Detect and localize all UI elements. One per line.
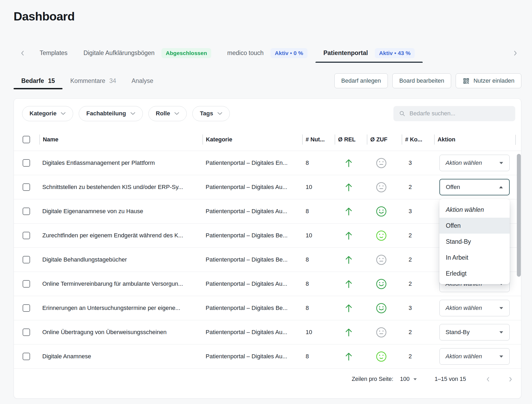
kommentar-count: 3 [402, 208, 434, 215]
edit-board-button[interactable]: Board bearbeiten [392, 73, 451, 88]
action-menu: Aktion wählenOffenStand-ByIn ArbeitErled… [439, 199, 510, 284]
tab-bedarfe[interactable]: Bedarfe 15 [14, 72, 63, 89]
chevron-right-icon [507, 376, 514, 382]
action-select[interactable]: Offen [439, 179, 510, 195]
filter-label: Kategorie [30, 110, 56, 117]
board-tab-templates[interactable]: Templates [32, 43, 76, 63]
tab-analyse[interactable]: Analyse [124, 72, 161, 89]
board-tab-medico-touch[interactable]: medico touch Aktiv • 0 % [219, 43, 315, 63]
column-header-kommentare[interactable]: # Ko... [402, 134, 434, 145]
button-label: Nutzer einladen [473, 77, 514, 84]
tabs-scroll-left-button[interactable] [19, 48, 27, 58]
tab-kommentare[interactable]: Kommentare 34 [63, 72, 124, 89]
kommentar-count: 2 [402, 232, 434, 239]
row-checkbox[interactable] [23, 208, 30, 215]
row-checkbox[interactable] [23, 329, 30, 336]
search-icon [399, 110, 405, 117]
bedarf-category: Patientenportal – Digitales Au... [202, 208, 302, 215]
column-header-rel[interactable]: Ø REL [335, 134, 367, 145]
view-tabs: Bedarfe 15 Kommentare 34 Analyse [14, 72, 161, 89]
filter-kategorie[interactable]: Kategorie [22, 106, 73, 121]
table-row: Digitale Anamnese Patientenportal – Digi… [14, 344, 521, 369]
table-row: Digitales Entlassmanagement per Plattfor… [14, 151, 521, 175]
column-header-name[interactable]: Name [39, 134, 202, 145]
action-select[interactable]: Stand-By [439, 324, 510, 340]
column-header-nutzer[interactable]: # Nut... [302, 134, 335, 145]
page-title: Dashboard [14, 10, 75, 23]
board-tab-patientenportal[interactable]: Patientenportal Aktiv • 43 % [315, 43, 423, 63]
board-tab-aufklaerungsboegen[interactable]: Digitale Aufklärungsbögen Abgeschlossen [76, 43, 219, 63]
satisfaction-icon [376, 327, 387, 338]
row-checkbox[interactable] [23, 159, 30, 167]
filter-fachabteilung[interactable]: Fachabteilung [79, 106, 143, 121]
row-checkbox[interactable] [23, 232, 30, 239]
nutzer-count: 8 [302, 208, 335, 215]
satisfaction-icon [376, 158, 387, 169]
row-checkbox[interactable] [23, 256, 30, 263]
bedarf-category: Patientenportal – Digitales Au... [202, 353, 302, 360]
select-all-checkbox[interactable] [23, 136, 30, 143]
filter-label: Rolle [156, 110, 170, 117]
nutzer-count: 8 [302, 305, 335, 312]
chevron-left-icon [19, 50, 26, 57]
table-footer: Zeilen pro Seite: 100 1–15 von 15 [14, 369, 521, 398]
trend-up-icon [344, 182, 353, 192]
kommentar-count: 2 [402, 256, 434, 263]
nutzer-count: 8 [302, 159, 335, 166]
action-select-value: Offen [446, 184, 460, 191]
action-select[interactable]: Aktion wählen [439, 300, 510, 316]
satisfaction-icon [376, 279, 387, 289]
bedarf-name: Erinnerungen an Untersuchungstermine per… [39, 305, 202, 312]
kommentar-count: 2 [402, 353, 434, 360]
button-label: Bedarf anlegen [341, 77, 381, 84]
bedarf-category: Patientenportal – Digitales Au... [202, 329, 302, 336]
create-bedarf-button[interactable]: Bedarf anlegen [334, 73, 388, 88]
trend-up-icon [344, 327, 353, 337]
action-select-value: Aktion wählen [446, 159, 482, 166]
chevron-right-icon [512, 50, 519, 57]
caret-down-icon [499, 331, 504, 334]
tab-count: 15 [48, 77, 55, 85]
action-menu-item[interactable]: Aktion wählen [439, 202, 510, 218]
column-header-kategorie[interactable]: Kategorie [202, 134, 302, 145]
table-row: Online Übertragung von Überweisungsschei… [14, 320, 521, 344]
tabs-scroll-right-button[interactable] [511, 48, 519, 58]
row-checkbox[interactable] [23, 183, 30, 191]
column-header-aktion[interactable]: Aktion [434, 134, 516, 145]
kommentar-count: 2 [402, 184, 434, 191]
trend-up-icon [344, 206, 353, 216]
next-page-button[interactable] [506, 375, 514, 383]
search-input[interactable] [410, 110, 510, 117]
filter-rolle[interactable]: Rolle [148, 106, 187, 121]
previous-page-button[interactable] [484, 375, 492, 383]
trend-up-icon [344, 303, 353, 313]
rows-per-page-select[interactable]: 100 [400, 376, 417, 382]
filter-label: Fachabteilung [86, 110, 126, 117]
action-select-value: Stand-By [446, 329, 470, 336]
filter-tags[interactable]: Tags [192, 106, 230, 121]
row-checkbox[interactable] [23, 280, 30, 288]
nutzer-count: 10 [302, 329, 335, 336]
column-header-zuf[interactable]: Ø ZUF [367, 134, 402, 145]
kommentar-count: 3 [402, 305, 434, 312]
action-menu-item[interactable]: Erledigt [439, 266, 510, 281]
chevron-left-icon [485, 376, 491, 382]
bedarf-name: Digitale Behandlungstagebücher [39, 256, 202, 263]
kommentar-count: 2 [402, 329, 434, 336]
caret-up-icon [499, 186, 503, 189]
action-menu-item[interactable]: In Arbeit [439, 250, 510, 266]
action-menu-item[interactable]: Offen [439, 218, 510, 234]
table-scrollbar-thumb[interactable] [517, 154, 521, 277]
invite-users-button[interactable]: Nutzer einladen [456, 73, 521, 88]
tab-label: Analyse [132, 77, 153, 85]
action-select[interactable]: Aktion wählen [439, 348, 510, 365]
action-menu-item[interactable]: Stand-By [439, 234, 510, 250]
search-box [393, 106, 515, 121]
action-select[interactable]: Aktion wählen [439, 155, 510, 171]
row-checkbox[interactable] [23, 304, 30, 312]
row-checkbox[interactable] [23, 353, 30, 360]
chevron-down-icon [61, 112, 66, 115]
bedarf-name: Zurechtfinden per eigenem Endgerät währe… [39, 232, 202, 239]
bedarf-name: Schnittstellen zu bestehenden KIS und/od… [39, 184, 202, 191]
satisfaction-icon [376, 230, 387, 241]
